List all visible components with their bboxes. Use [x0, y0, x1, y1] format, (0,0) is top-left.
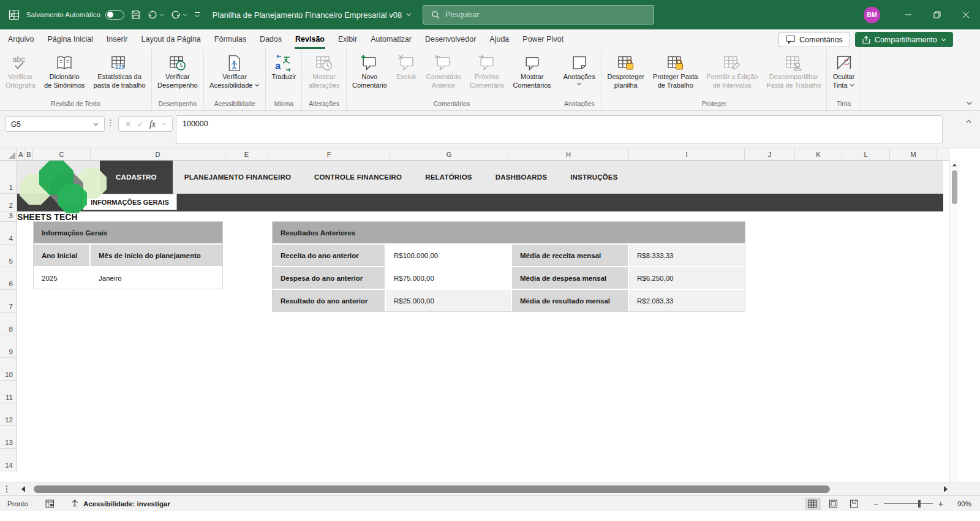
autosave-toggle[interactable]: Salvamento Automático — [26, 10, 124, 20]
name-box[interactable]: G5 — [5, 116, 105, 132]
column-header-g[interactable]: G — [390, 148, 508, 160]
horizontal-scroll-thumb[interactable] — [34, 485, 830, 493]
accessibility-status[interactable]: Acessibilidade: investigar — [70, 499, 170, 508]
zoom-slider-handle[interactable] — [918, 500, 921, 508]
proteger-pasta-de-trabalho-button[interactable]: Proteger Pastade Trabalho — [649, 51, 702, 89]
select-all-button[interactable] — [0, 148, 17, 161]
row-label[interactable]: Receita do ano anterior — [273, 245, 385, 266]
row-header-8[interactable]: 8 — [0, 313, 17, 335]
page-break-view-button[interactable] — [846, 498, 862, 510]
verificar-desempenho-button[interactable]: VerificarDesempenho — [153, 51, 202, 89]
row-header-9[interactable]: 9 — [0, 335, 17, 358]
row-label[interactable]: Despesa do ano anterior — [273, 267, 385, 289]
row-value[interactable]: R$2.083,33 — [629, 290, 745, 311]
ribbon-tab-automatizar[interactable]: Automatizar — [364, 29, 418, 49]
column-header-i[interactable]: I — [629, 148, 745, 160]
ribbon-tab-formulas[interactable]: Fórmulas — [208, 29, 253, 49]
avatar[interactable]: BM — [864, 7, 880, 23]
zoom-out-button[interactable]: − — [873, 499, 878, 509]
info-table-header[interactable]: Ano Inicial — [34, 245, 89, 266]
info-table-value[interactable]: 2025 — [34, 267, 89, 289]
normal-view-button[interactable] — [805, 498, 821, 510]
enter-icon[interactable]: ✓ — [137, 120, 144, 128]
ribbon-tab-dados[interactable]: Dados — [253, 29, 288, 49]
row-header-10[interactable]: 10 — [0, 358, 17, 381]
save-button[interactable] — [131, 10, 141, 20]
ribbon-tab-pagina-inicial[interactable]: Página Inicial — [40, 29, 99, 49]
row-value[interactable]: R$25.000,00 — [386, 290, 511, 311]
column-header-c[interactable]: C — [33, 148, 91, 160]
sheet-nav-cadastro[interactable]: CADASTRO — [100, 161, 173, 194]
desproteger-planilha-button[interactable]: Desprotegerplanilha — [603, 51, 649, 89]
info-table-title[interactable]: Informações Gerais — [34, 222, 222, 243]
vertical-scrollbar[interactable] — [949, 161, 959, 482]
row-label[interactable]: Média de resultado mensal — [512, 290, 628, 311]
row-value[interactable]: R$6.250,00 — [629, 267, 745, 289]
sheet-nav-relatorios[interactable]: RELATÓRIOS — [413, 161, 484, 194]
row-header-1[interactable]: 1 — [0, 161, 17, 194]
column-header-d[interactable]: D — [91, 148, 225, 160]
restore-button[interactable] — [922, 0, 951, 29]
ribbon-tab-power-pivot[interactable]: Power Pivot — [516, 29, 570, 49]
insert-function-icon[interactable]: fx — [149, 120, 156, 129]
row-value[interactable]: R$75.000,00 — [386, 267, 511, 289]
column-header-m[interactable]: M — [890, 148, 937, 160]
cancel-icon[interactable]: ✕ — [125, 120, 132, 128]
ribbon-tab-inserir[interactable]: Inserir — [100, 29, 135, 49]
column-header-k[interactable]: K — [795, 148, 842, 160]
row-header-14[interactable]: 14 — [0, 449, 17, 471]
comments-button[interactable]: Comentários — [778, 32, 850, 47]
column-header-f[interactable]: F — [268, 148, 390, 160]
row-header-3[interactable]: 3 — [0, 211, 17, 222]
row-header-5[interactable]: 5 — [0, 245, 17, 267]
row-value[interactable]: R$8.333,33 — [629, 245, 745, 266]
novo-comentario-button[interactable]: NovoComentário — [348, 51, 391, 89]
scroll-right-icon[interactable] — [944, 486, 948, 492]
close-button[interactable] — [951, 0, 980, 29]
formula-input[interactable]: 100000 — [176, 115, 943, 143]
search-box[interactable] — [423, 5, 654, 25]
row-header-13[interactable]: 13 — [0, 426, 17, 449]
vertical-scroll-thumb[interactable] — [952, 170, 957, 204]
anotacoes-button[interactable]: Anotações — [559, 51, 600, 86]
verificar-acessibilidade-button[interactable]: VerificarAcessibilidade — [205, 51, 264, 89]
row-label[interactable]: Resultado do ano anterior — [273, 290, 385, 311]
ribbon-tab-layout-da-pagina[interactable]: Layout da Página — [134, 29, 207, 49]
dicionario-de-sinonimos-button[interactable]: Dicionáriode Sinônimos — [40, 51, 89, 89]
excel-app-icon[interactable] — [9, 9, 20, 20]
collapse-formula-bar-button[interactable] — [965, 120, 972, 124]
row-header-11[interactable]: 11 — [0, 381, 17, 403]
row-label[interactable]: Média de receita mensal — [512, 245, 628, 266]
ribbon-tab-arquivo[interactable]: Arquivo — [1, 29, 40, 49]
ribbon-tab-revisao[interactable]: Revisão — [288, 29, 331, 49]
column-header-a[interactable]: A — [17, 148, 25, 160]
document-title[interactable]: Planilha de Planejamento Financeiro Empr… — [213, 10, 412, 20]
row-header-6[interactable]: 6 — [0, 267, 17, 290]
zoom-level[interactable]: 90% — [949, 500, 971, 508]
column-header-e[interactable]: E — [225, 148, 268, 160]
info-table-value[interactable]: Janeiro — [91, 267, 222, 289]
results-table-title[interactable]: Resultados Anteriores — [273, 222, 745, 243]
row-header-12[interactable]: 12 — [0, 403, 17, 426]
minimize-button[interactable] — [894, 0, 922, 29]
column-header-h[interactable]: H — [508, 148, 629, 160]
column-header-j[interactable]: J — [745, 148, 795, 160]
search-input[interactable] — [445, 10, 629, 19]
row-value[interactable]: R$100.000,00 — [386, 245, 511, 266]
ribbon-tab-exibir[interactable]: Exibir — [331, 29, 364, 49]
mostrar-comentarios-button[interactable]: MostrarComentários — [509, 51, 556, 89]
column-header-l[interactable]: L — [842, 148, 890, 160]
zoom-in-button[interactable]: + — [938, 499, 943, 509]
horizontal-scrollbar[interactable] — [0, 482, 980, 495]
row-header-4[interactable]: 4 — [0, 222, 17, 245]
ocultar-tinta-button[interactable]: OcultarTinta — [828, 51, 859, 89]
collapse-ribbon-button[interactable] — [966, 101, 973, 105]
sheet-nav-controle-financeiro[interactable]: CONTROLE FINANCEIRO — [303, 161, 413, 194]
ribbon-tab-ajuda[interactable]: Ajuda — [483, 29, 516, 49]
info-table-header[interactable]: Mês de início do planejamento — [91, 245, 222, 266]
page-layout-view-button[interactable] — [826, 498, 842, 510]
sheet-nav-dashboards[interactable]: DASHBOARDS — [484, 161, 559, 194]
sheet-nav-instrucoes[interactable]: INSTRUÇÕES — [559, 161, 629, 194]
quick-access-menu-button[interactable] — [194, 12, 200, 18]
share-button[interactable]: Compartilhamento — [855, 32, 953, 47]
